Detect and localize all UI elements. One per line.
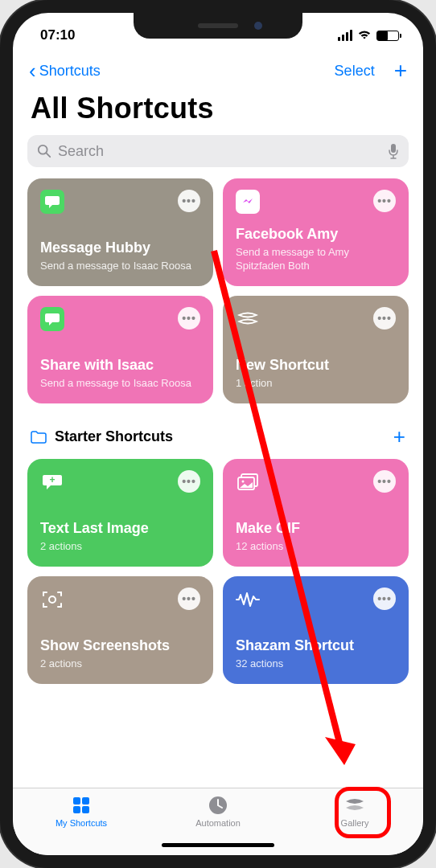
message-plus-icon: + <box>40 470 64 494</box>
wifi-icon <box>357 30 372 41</box>
card-subtitle: 32 actions <box>236 657 396 671</box>
svg-rect-12 <box>82 806 89 813</box>
card-title: Message Hubby <box>40 240 200 256</box>
shortcut-card[interactable]: ••• Message Hubby Send a message to Isaa… <box>27 178 213 286</box>
shortcut-card[interactable]: ••• Make GIF 12 actions <box>223 459 409 567</box>
layers-icon <box>236 307 260 331</box>
card-menu-button[interactable]: ••• <box>178 588 200 610</box>
search-placeholder: Search <box>58 143 104 160</box>
tab-gallery[interactable]: Gallery <box>315 795 395 828</box>
page-title: All Shortcuts <box>13 87 423 135</box>
card-subtitle: 2 actions <box>40 540 200 554</box>
tab-my-shortcuts[interactable]: My Shortcuts <box>41 795 121 828</box>
status-indicators <box>338 30 399 41</box>
card-subtitle: Send a message to Isaac Roosa <box>40 377 200 391</box>
gallery-icon <box>343 795 366 816</box>
tab-bar: My Shortcuts Automation Gallery <box>13 788 423 855</box>
card-menu-button[interactable]: ••• <box>178 190 200 212</box>
clock-icon <box>207 795 229 816</box>
card-title: Share with Isaac <box>40 357 200 374</box>
add-shortcut-button[interactable]: + <box>394 59 407 82</box>
shortcut-card[interactable]: + ••• Text Last Image 2 actions <box>27 459 213 567</box>
shortcut-card[interactable]: ••• Facebook Amy Send a message to Amy S… <box>223 178 409 286</box>
svg-rect-11 <box>73 806 80 813</box>
card-subtitle: 12 actions <box>236 540 396 554</box>
tab-automation[interactable]: Automation <box>178 795 258 828</box>
svg-rect-2 <box>391 144 396 153</box>
card-title: Shazam Shortcut <box>236 637 396 654</box>
card-subtitle: Send a message to Amy Spitzfaden Both <box>236 246 396 273</box>
messages-icon <box>40 307 64 331</box>
wave-icon <box>236 588 260 612</box>
svg-point-0 <box>39 145 47 154</box>
shortcut-card[interactable]: ••• Show Screenshots 2 actions <box>27 576 213 684</box>
tab-label: My Shortcuts <box>56 818 107 828</box>
card-menu-button[interactable]: ••• <box>178 470 200 493</box>
section-add-button[interactable]: + <box>393 424 405 449</box>
messages-icon <box>40 190 64 214</box>
folder-icon <box>31 431 47 444</box>
card-menu-button[interactable]: ••• <box>373 307 396 330</box>
section-title[interactable]: Starter Shortcuts <box>55 428 385 445</box>
svg-line-1 <box>47 154 51 158</box>
card-title: Facebook Amy <box>236 226 396 243</box>
photos-icon <box>236 470 260 494</box>
card-menu-button[interactable]: ••• <box>373 470 396 493</box>
card-subtitle: Send a message to Isaac Roosa <box>40 260 200 273</box>
back-button[interactable]: ‹ Shortcuts <box>29 60 101 81</box>
card-title: Text Last Image <box>40 520 200 537</box>
chevron-left-icon: ‹ <box>29 60 36 81</box>
card-subtitle: 1 action <box>236 377 396 391</box>
battery-icon <box>376 31 399 41</box>
search-icon <box>37 144 51 158</box>
svg-rect-9 <box>73 797 80 805</box>
svg-point-8 <box>49 596 56 603</box>
status-time: 07:10 <box>40 27 75 43</box>
home-indicator[interactable] <box>162 843 274 847</box>
select-button[interactable]: Select <box>335 63 375 80</box>
messenger-icon <box>236 190 260 214</box>
card-menu-button[interactable]: ••• <box>373 588 396 610</box>
tab-label: Gallery <box>341 818 369 828</box>
grid-icon <box>70 795 93 816</box>
mic-icon[interactable] <box>388 143 399 159</box>
card-title: Make GIF <box>236 520 396 537</box>
search-input[interactable]: Search <box>27 135 409 167</box>
card-menu-button[interactable]: ••• <box>373 190 396 212</box>
card-subtitle: 2 actions <box>40 657 200 671</box>
svg-rect-10 <box>82 797 89 805</box>
back-label: Shortcuts <box>39 63 101 80</box>
shortcut-card[interactable]: ••• New Shortcut 1 action <box>223 296 409 403</box>
card-title: Show Screenshots <box>40 637 200 654</box>
tab-label: Automation <box>195 818 241 828</box>
section-header: Starter Shortcuts + <box>27 420 409 459</box>
svg-text:+: + <box>49 474 55 485</box>
shortcut-card[interactable]: ••• Share with Isaac Send a message to I… <box>27 296 213 403</box>
screenshot-icon <box>40 588 64 612</box>
nav-bar: ‹ Shortcuts Select + <box>13 51 423 87</box>
content-area: ••• Message Hubby Send a message to Isaa… <box>13 178 423 788</box>
card-menu-button[interactable]: ••• <box>178 307 200 330</box>
signal-icon <box>338 30 352 41</box>
shortcut-card[interactable]: ••• Shazam Shortcut 32 actions <box>223 576 409 684</box>
svg-point-7 <box>242 481 245 483</box>
card-title: New Shortcut <box>236 357 396 374</box>
